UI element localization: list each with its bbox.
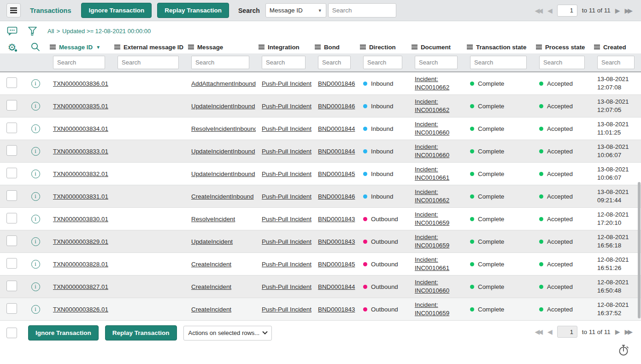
column-header-process-state[interactable]: Process state bbox=[533, 44, 591, 51]
select-all-checkbox[interactable] bbox=[6, 328, 17, 338]
bond-link[interactable]: BND0001846 bbox=[318, 103, 355, 110]
vertical-scrollbar-thumb[interactable] bbox=[638, 182, 641, 318]
row-checkbox[interactable] bbox=[6, 258, 17, 269]
row-checkbox[interactable] bbox=[6, 168, 17, 178]
integration-link[interactable]: Push-Pull Incident bbox=[262, 283, 312, 290]
filter-input-bond[interactable] bbox=[318, 56, 351, 69]
row-checkbox[interactable] bbox=[6, 145, 17, 156]
filter-input-external-message-id[interactable] bbox=[118, 56, 179, 69]
filter-input-created[interactable] bbox=[597, 56, 635, 69]
bond-link[interactable]: BND0001843 bbox=[318, 216, 355, 223]
document-link[interactable]: Incident:INC0010660 bbox=[415, 278, 464, 295]
integration-link[interactable]: Push-Pull Incident bbox=[262, 238, 312, 245]
message-link[interactable]: UpdateIncidentInbound bbox=[191, 170, 255, 177]
page-number-input[interactable] bbox=[557, 5, 577, 17]
column-header-document[interactable]: Document bbox=[409, 44, 464, 51]
bond-link[interactable]: BND0001846 bbox=[318, 80, 355, 87]
next-page-button[interactable]: ▶ bbox=[615, 7, 620, 14]
filter-input-transaction-state[interactable] bbox=[470, 56, 527, 69]
search-field-select[interactable]: Message ID ▼ bbox=[265, 3, 326, 18]
column-header-message-id[interactable]: Message ID▼ bbox=[47, 44, 112, 51]
column-header-integration[interactable]: Integration bbox=[256, 44, 312, 51]
message-link[interactable]: UpdateIncidentInbound bbox=[191, 103, 255, 110]
info-icon[interactable]: i bbox=[31, 215, 40, 223]
bond-link[interactable]: BND0001843 bbox=[318, 238, 355, 245]
bond-link[interactable]: BND0001844 bbox=[318, 125, 355, 132]
filter-funnel-icon[interactable] bbox=[27, 26, 47, 36]
info-icon[interactable]: i bbox=[31, 237, 40, 246]
info-icon[interactable]: i bbox=[31, 260, 40, 269]
info-icon[interactable]: i bbox=[31, 282, 40, 291]
message-link[interactable]: CreateIncident bbox=[191, 283, 231, 290]
filter-input-integration[interactable] bbox=[262, 56, 306, 69]
row-checkbox[interactable] bbox=[6, 77, 17, 88]
message-link[interactable]: UpdateIncidentInbound bbox=[191, 148, 255, 155]
message-id-link[interactable]: TXN0000003830.01 bbox=[53, 216, 108, 223]
info-icon[interactable]: i bbox=[31, 79, 40, 88]
message-id-link[interactable]: TXN0000003832.01 bbox=[53, 170, 108, 177]
message-id-link[interactable]: TXN0000003828.01 bbox=[53, 261, 108, 268]
info-icon[interactable]: i bbox=[31, 192, 40, 201]
message-id-link[interactable]: TXN0000003831.01 bbox=[53, 193, 108, 200]
message-link[interactable]: ResolveIncident bbox=[191, 216, 235, 223]
row-checkbox[interactable] bbox=[6, 281, 17, 291]
column-header-created[interactable]: Created bbox=[591, 44, 641, 51]
response-time-stopwatch-icon[interactable] bbox=[617, 344, 630, 357]
integration-link[interactable]: Push-Pull Incident bbox=[262, 80, 312, 87]
list-search-button[interactable] bbox=[24, 42, 47, 52]
page-title[interactable]: Transactions bbox=[30, 7, 71, 14]
menu-button[interactable] bbox=[6, 3, 21, 18]
filter-input-message[interactable] bbox=[191, 56, 249, 69]
replay-transaction-button[interactable]: Replay Transaction bbox=[157, 3, 229, 18]
first-page-button[interactable]: ◀◀ bbox=[535, 7, 543, 14]
breadcrumb-filter-condition[interactable]: Updated >= 12-08-2021 00:00:00 bbox=[62, 28, 151, 35]
row-checkbox[interactable] bbox=[6, 100, 17, 111]
row-checkbox[interactable] bbox=[6, 213, 17, 223]
message-id-link[interactable]: TXN0000003833.01 bbox=[53, 148, 108, 155]
personalize-list-gear-button[interactable]: ⚙ bbox=[0, 42, 24, 52]
last-page-button[interactable]: ▶▶ bbox=[624, 7, 633, 14]
document-link[interactable]: Incident:INC0010659 bbox=[415, 211, 464, 227]
info-icon[interactable]: i bbox=[31, 147, 40, 156]
filter-input-message-id[interactable] bbox=[53, 56, 105, 69]
breadcrumb[interactable]: All > Updated >= 12-08-2021 00:00:00 bbox=[47, 28, 151, 35]
message-link[interactable]: CreateIncidentInbound bbox=[191, 193, 254, 200]
bond-link[interactable]: BND0001844 bbox=[318, 283, 355, 290]
message-link[interactable]: CreateIncident bbox=[191, 261, 231, 268]
integration-link[interactable]: Push-Pull Incident bbox=[262, 193, 312, 200]
column-header-message[interactable]: Message bbox=[185, 44, 256, 51]
global-search-input[interactable] bbox=[328, 3, 396, 18]
document-link[interactable]: Incident:INC0010662 bbox=[415, 75, 464, 92]
row-checkbox[interactable] bbox=[6, 123, 17, 133]
message-link[interactable]: CreateIncident bbox=[191, 306, 231, 313]
filter-input-process-state[interactable] bbox=[539, 56, 585, 69]
prev-page-button[interactable]: ◀ bbox=[547, 7, 553, 14]
filter-input-direction[interactable] bbox=[363, 56, 402, 69]
document-link[interactable]: Incident:INC0010660 bbox=[415, 143, 464, 159]
footer-replay-transaction-button[interactable]: Replay Transaction bbox=[105, 325, 177, 341]
bond-link[interactable]: BND0001844 bbox=[318, 148, 355, 155]
document-link[interactable]: Incident:INC0010659 bbox=[415, 233, 464, 250]
integration-link[interactable]: Push-Pull Incident bbox=[262, 103, 312, 110]
document-link[interactable]: Incident:INC0010661 bbox=[415, 165, 464, 182]
message-id-link[interactable]: TXN0000003835.01 bbox=[53, 103, 108, 110]
bond-link[interactable]: BND0001843 bbox=[318, 306, 355, 313]
column-header-external-message-id[interactable]: External message ID bbox=[112, 44, 185, 51]
message-id-link[interactable]: TXN0000003834.01 bbox=[53, 125, 108, 132]
info-icon[interactable]: i bbox=[31, 124, 40, 133]
bond-link[interactable]: BND0001845 bbox=[318, 170, 355, 177]
first-page-button[interactable]: ◀◀ bbox=[535, 329, 543, 335]
message-id-link[interactable]: TXN0000003836.01 bbox=[53, 80, 108, 87]
bond-link[interactable]: BND0001846 bbox=[318, 193, 355, 200]
message-id-link[interactable]: TXN0000003826.01 bbox=[53, 306, 108, 313]
message-link[interactable]: AddAttachmentInbound bbox=[191, 80, 256, 87]
info-icon[interactable]: i bbox=[31, 170, 40, 178]
prev-page-button[interactable]: ◀ bbox=[547, 329, 553, 335]
last-page-button[interactable]: ▶▶ bbox=[624, 329, 633, 335]
filter-input-document[interactable] bbox=[415, 56, 458, 69]
next-page-button[interactable]: ▶ bbox=[615, 329, 620, 335]
integration-link[interactable]: Push-Pull Incident bbox=[262, 306, 312, 313]
message-link[interactable]: UpdateIncident bbox=[191, 238, 233, 245]
integration-link[interactable]: Push-Pull Incident bbox=[262, 148, 312, 155]
info-icon[interactable]: i bbox=[31, 102, 40, 111]
